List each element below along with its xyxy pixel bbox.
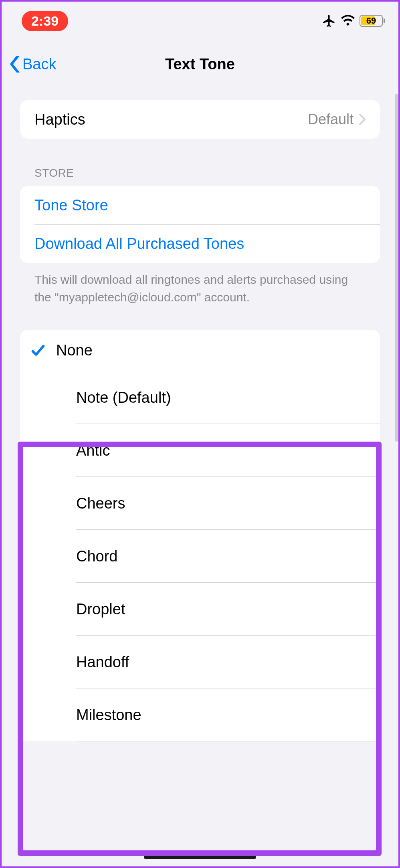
download-all-row[interactable]: Download All Purchased Tones	[20, 224, 380, 263]
tone-label: Droplet	[76, 589, 380, 630]
status-bar: 2:39 69	[2, 2, 398, 40]
store-header: STORE	[34, 167, 380, 180]
chevron-left-icon	[9, 56, 21, 73]
tone-label: Milestone	[76, 694, 380, 736]
screen: 2:39 69 Back Text Tone	[2, 2, 398, 866]
page-title: Text Tone	[2, 56, 398, 73]
haptics-row[interactable]: Haptics Default	[20, 100, 380, 139]
tone-row[interactable]: Droplet	[20, 583, 380, 636]
haptics-value: Default	[308, 111, 354, 128]
tone-row[interactable]: Antic	[20, 424, 380, 477]
back-button[interactable]: Back	[9, 56, 56, 73]
tone-row[interactable]: Handoff	[20, 636, 380, 688]
status-time-recording[interactable]: 2:39	[22, 11, 68, 31]
tone-label: Handoff	[76, 642, 380, 683]
content: Haptics Default STORE Tone Store Downloa…	[2, 88, 398, 741]
scroll-indicator[interactable]	[395, 94, 398, 442]
tone-row[interactable]: Cheers	[20, 477, 380, 530]
tones-group: None Note (Default)AnticCheersChordDropl…	[20, 330, 380, 741]
tone-row[interactable]: Milestone	[20, 688, 380, 741]
home-indicator[interactable]	[144, 855, 256, 859]
navigation-bar: Back Text Tone	[2, 40, 398, 88]
download-all-label: Download All Purchased Tones	[34, 235, 366, 252]
tone-label: Chord	[76, 536, 380, 577]
chevron-right-icon	[359, 114, 366, 125]
airplane-mode-icon	[322, 14, 336, 28]
tone-label: None	[56, 330, 380, 371]
tone-row[interactable]: Chord	[20, 530, 380, 583]
back-label: Back	[22, 56, 56, 73]
status-icons: 69	[322, 14, 385, 28]
tone-label: Antic	[76, 430, 380, 471]
battery-level: 69	[360, 16, 382, 26]
tone-row-none[interactable]: None	[20, 330, 380, 371]
tone-label: Note (Default)	[76, 377, 380, 418]
wifi-icon	[341, 15, 355, 26]
tone-row[interactable]: Note (Default)	[20, 371, 380, 424]
haptics-label: Haptics	[34, 111, 308, 128]
store-group: Tone Store Download All Purchased Tones	[20, 186, 380, 263]
tone-store-row[interactable]: Tone Store	[20, 186, 380, 224]
tone-store-label: Tone Store	[34, 197, 366, 214]
checkmark-icon	[20, 343, 56, 359]
battery-indicator: 69	[360, 15, 385, 27]
store-footer: This will download all ringtones and ale…	[34, 271, 366, 306]
tone-label: Cheers	[76, 483, 380, 524]
haptics-group: Haptics Default	[20, 100, 380, 139]
